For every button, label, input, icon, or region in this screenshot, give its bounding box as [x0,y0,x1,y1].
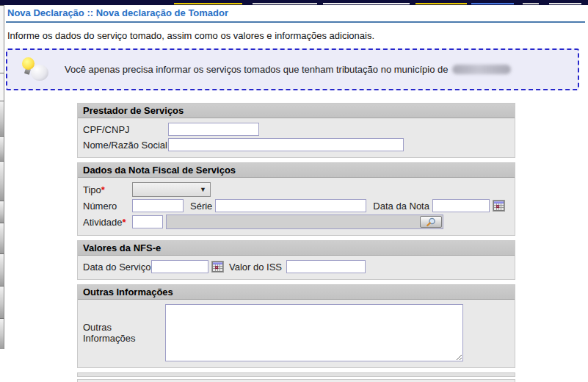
menu-sliver-segment [0,5,4,73]
calendar-icon [493,201,504,211]
section-outras-title: Outras Informações [78,285,515,300]
menu-sliver-segment [0,136,4,161]
topbar-text-fragment [523,3,539,4]
atividade-label: Atividade* [83,217,132,228]
menu-sliver-segment [0,73,4,101]
info-message: Você apenas precisa informar os serviços… [65,50,511,89]
left-menu-sliver [0,5,5,349]
redacted-municipality-name [452,65,511,74]
page-title: Nova Declaração :: Nova declaração de To… [7,7,228,18]
window-top-bar [0,0,588,5]
valores-row: Data do Serviço Valor do ISS [83,260,509,273]
nome-input[interactable] [168,138,404,151]
outras-textarea[interactable] [165,304,463,361]
cpf-input[interactable] [168,123,259,136]
data-servico-calendar-button[interactable] [211,261,224,273]
atividade-search-button[interactable] [420,216,442,228]
valor-iss-label: Valor do ISS [229,262,282,273]
topbar-text-fragment [253,3,317,4]
nome-label: Nome/Razão Social [83,140,168,151]
menu-sliver-segment [0,318,4,349]
tipo-row: Tipo* ▼ [83,182,509,197]
topbar-text-fragment [174,3,242,4]
cpf-row: CPF/CNPJ [83,123,509,136]
chevron-down-icon: ▼ [200,186,206,193]
atividade-row: Atividade* [83,215,509,229]
cpf-label: CPF/CNPJ [83,124,168,135]
search-icon [425,217,437,227]
atividade-code-input[interactable] [132,215,163,228]
data-nota-calendar-button[interactable] [493,200,505,212]
section-nota-fiscal: Dados da Nota Fiscal de Serviços Tipo* ▼… [77,162,515,236]
declaration-form: Prestador de Serviços CPF/CNPJ Nome/Razã… [77,103,515,382]
section-nota-title: Dados da Nota Fiscal de Serviços [78,163,515,178]
serie-input[interactable] [215,199,366,212]
topbar-text-fragment [415,3,467,4]
footer-bar: Ok [77,379,515,382]
numero-serie-data-row: Número Série Data da Nota [83,199,509,212]
nome-row: Nome/Razão Social [83,138,509,151]
numero-input[interactable] [132,199,184,212]
tipo-label: Tipo* [83,184,132,195]
data-servico-input[interactable] [151,260,208,273]
menu-sliver-segment [0,223,4,253]
menu-sliver-segment [0,201,4,223]
menu-sliver-segment [0,161,4,201]
lightbulb-icon [22,57,50,84]
title-divider [6,21,585,23]
tipo-select[interactable]: ▼ [132,182,211,197]
topbar-text-fragment [549,3,581,4]
serie-label: Série [190,201,212,212]
required-marker: * [101,184,105,195]
menu-sliver-segment [0,253,4,286]
section-valores: Valores da NFS-e Data do Serviço Valor d… [77,240,515,280]
required-marker: * [122,217,126,228]
topbar-text-fragment [323,3,410,4]
menu-sliver-segment [0,286,4,318]
valor-iss-input[interactable] [286,260,366,273]
menu-sliver-segment [0,101,4,136]
topbar-text-fragment [471,3,514,4]
calendar-icon [212,262,223,272]
atividade-description-field [166,215,443,229]
numero-label: Número [83,201,132,212]
data-servico-label: Data do Serviço [83,262,151,273]
section-outras: Outras Informações Outras Informações [77,284,515,368]
section-valores-title: Valores da NFS-e [78,241,515,256]
data-nota-label: Data da Nota [373,201,429,212]
footer-separator [77,372,515,377]
section-prestador-title: Prestador de Serviços [78,104,515,118]
section-prestador: Prestador de Serviços CPF/CNPJ Nome/Razã… [77,103,515,158]
page-subtitle: Informe os dados do serviço tomado, assi… [7,30,374,41]
info-box: Você apenas precisa informar os serviços… [6,48,579,90]
data-nota-input[interactable] [432,199,490,212]
outras-label: Outras Informações [83,322,165,344]
outras-row: Outras Informações [83,304,509,361]
